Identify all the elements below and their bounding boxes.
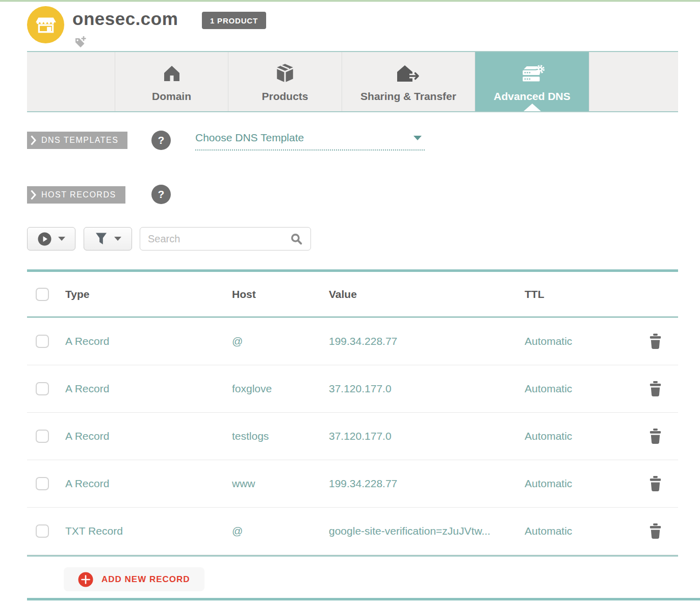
house-icon <box>161 61 183 84</box>
search-input[interactable] <box>148 233 290 245</box>
column-header-host: Host <box>232 288 329 300</box>
table-bottom-border <box>27 555 678 557</box>
tab-bar-spacer <box>27 52 115 111</box>
chevron-right-icon <box>31 135 36 145</box>
host-records-ribbon: HOST RECORDS <box>27 186 125 204</box>
trash-icon <box>649 429 662 444</box>
tab-products[interactable]: Products <box>228 52 342 111</box>
tab-label: Domain <box>152 90 191 103</box>
record-value: 37.120.177.0 <box>329 430 525 442</box>
record-ttl: Automatic <box>525 383 632 395</box>
record-value: google-site-verification=zJuJVtw... <box>329 525 525 537</box>
host-records-help-icon[interactable]: ? <box>151 185 171 204</box>
trash-icon <box>649 334 662 349</box>
bottom-accent-line <box>27 598 700 600</box>
delete-record-button[interactable] <box>649 381 662 397</box>
chevron-right-icon <box>31 190 36 200</box>
record-ttl: Automatic <box>525 335 632 347</box>
add-new-record-label: ADD NEW RECORD <box>101 574 190 585</box>
row-checkbox[interactable] <box>36 430 49 443</box>
server-gear-icon <box>520 61 545 84</box>
ribbon-label: DNS TEMPLATES <box>41 136 118 145</box>
table-row: A Record foxglove 37.120.177.0 Automatic <box>27 365 678 413</box>
row-checkbox[interactable] <box>36 335 49 348</box>
delete-record-button[interactable] <box>649 429 662 444</box>
tab-label: Sharing & Transfer <box>360 90 456 103</box>
search-box <box>140 227 311 250</box>
trash-icon <box>649 381 662 397</box>
record-value: 199.34.228.77 <box>329 478 525 490</box>
record-ttl: Automatic <box>525 478 632 490</box>
product-count-badge: 1 PRODUCT <box>202 12 266 29</box>
tab-sharing-transfer[interactable]: Sharing & Transfer <box>342 52 475 111</box>
record-type: TXT Record <box>65 525 232 537</box>
filter-funnel-icon <box>95 232 108 246</box>
filter-button[interactable] <box>84 227 132 250</box>
domain-avatar <box>27 6 64 43</box>
play-circle-icon <box>38 232 51 246</box>
table-header-row: Type Host Value TTL <box>27 272 678 318</box>
bulk-actions-button[interactable] <box>27 227 75 250</box>
tab-advanced-dns[interactable]: Advanced DNS <box>475 52 589 111</box>
column-header-ttl: TTL <box>525 288 632 300</box>
record-type: A Record <box>65 335 232 347</box>
delete-record-button[interactable] <box>649 334 662 349</box>
record-type: A Record <box>65 478 232 490</box>
record-host: testlogs <box>232 430 329 442</box>
chevron-down-icon <box>114 237 121 241</box>
search-icon <box>290 233 303 245</box>
record-value: 199.34.228.77 <box>329 335 525 347</box>
record-value: 37.120.177.0 <box>329 383 525 395</box>
storefront-icon <box>34 12 58 38</box>
dns-templates-help-icon[interactable]: ? <box>151 131 171 150</box>
select-all-checkbox[interactable] <box>36 288 49 301</box>
page-title: onesec.com <box>72 9 178 29</box>
dns-templates-ribbon: DNS TEMPLATES <box>27 132 127 149</box>
table-row: A Record @ 199.34.228.77 Automatic <box>27 318 678 365</box>
record-type: A Record <box>65 430 232 442</box>
record-host: www <box>232 478 329 490</box>
delete-record-button[interactable] <box>649 523 662 539</box>
add-new-record-button[interactable]: ADD NEW RECORD <box>64 567 204 591</box>
tab-label: Advanced DNS <box>494 90 571 103</box>
row-checkbox[interactable] <box>36 524 49 538</box>
tab-bar-spacer <box>589 52 678 111</box>
table-row: A Record testlogs 37.120.177.0 Automatic <box>27 413 678 460</box>
package-box-icon <box>274 61 296 84</box>
tab-label: Products <box>262 90 308 103</box>
record-host: @ <box>232 525 329 537</box>
delete-record-button[interactable] <box>649 476 662 492</box>
trash-icon <box>649 523 662 539</box>
record-type: A Record <box>65 383 232 395</box>
record-host: foxglove <box>232 383 329 395</box>
column-header-type: Type <box>65 288 232 300</box>
table-row: TXT Record @ google-site-verification=zJ… <box>27 508 678 555</box>
table-row: A Record www 199.34.228.77 Automatic <box>27 460 678 508</box>
record-host: @ <box>232 335 329 347</box>
column-header-value: Value <box>329 288 525 300</box>
house-arrow-icon <box>396 61 421 84</box>
chevron-down-icon <box>58 237 65 241</box>
add-tag-icon[interactable] <box>73 35 88 49</box>
row-checkbox[interactable] <box>36 477 49 490</box>
chevron-down-icon <box>413 136 422 140</box>
trash-icon <box>649 476 662 492</box>
advanced-dns-page: onesec.com 1 PRODUCT Domain <box>0 0 700 602</box>
tab-bar: Domain Products Sharing & <box>27 51 678 112</box>
plus-circle-icon <box>78 572 93 587</box>
tab-domain[interactable]: Domain <box>115 52 228 111</box>
record-ttl: Automatic <box>525 525 632 537</box>
dns-template-select[interactable]: Choose DNS Template <box>195 132 425 150</box>
row-checkbox[interactable] <box>36 382 49 395</box>
ribbon-label: HOST RECORDS <box>41 190 116 199</box>
record-ttl: Automatic <box>525 430 632 442</box>
top-accent-strip <box>0 0 700 2</box>
dns-template-selected-value: Choose DNS Template <box>195 132 304 144</box>
host-records-table: Type Host Value TTL A Record @ 199.34.22… <box>27 269 678 557</box>
